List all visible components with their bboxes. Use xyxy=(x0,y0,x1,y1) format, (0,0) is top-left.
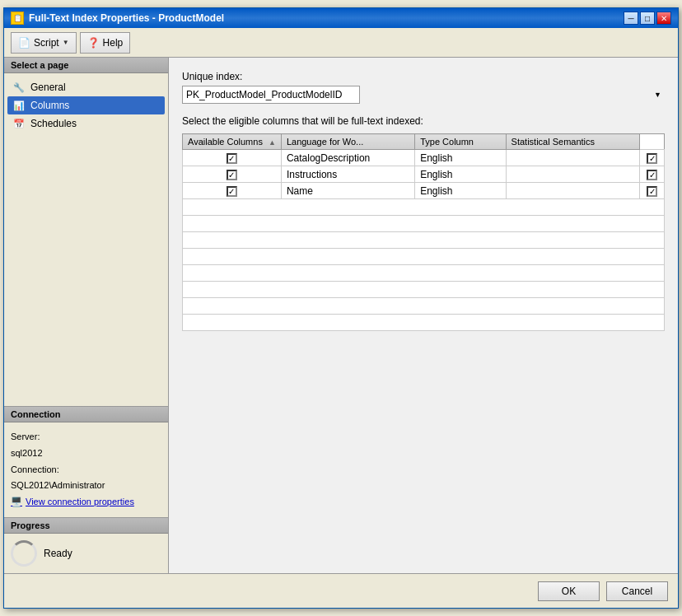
sidebar-item-general-label: General xyxy=(30,82,66,93)
script-label: Script xyxy=(34,37,59,49)
main-content: Select a page 🔧 General 📊 Columns 📅 Sche… xyxy=(4,58,678,573)
connection-section: Connection Server: sql2012 Connection: S… xyxy=(4,406,168,517)
row2-checkbox[interactable] xyxy=(227,170,237,180)
row3-stats-cell xyxy=(640,183,665,199)
row1-column-name: CatalogDescription xyxy=(281,150,414,166)
row3-checkbox[interactable] xyxy=(227,186,237,197)
connection-section-header: Connection xyxy=(4,407,168,422)
row3-column-name: Name xyxy=(281,183,414,199)
row2-stats-checkbox[interactable] xyxy=(647,170,657,180)
connection-label: Connection: xyxy=(11,462,161,478)
general-icon: 🔧 xyxy=(12,81,26,94)
table-header-stats: Statistical Semantics xyxy=(506,134,639,150)
row1-checkbox-cell xyxy=(183,150,282,166)
progress-section: Progress Ready xyxy=(4,517,168,573)
row3-stats-checkbox[interactable] xyxy=(647,186,657,197)
progress-status: Ready xyxy=(44,548,72,559)
view-connection-label: View connection properties xyxy=(26,494,134,511)
table-row: Instructions English xyxy=(183,166,665,183)
help-button[interactable]: ❓ Help xyxy=(80,32,131,54)
empty-row xyxy=(183,265,665,282)
progress-content: Ready xyxy=(4,534,168,573)
row1-stats-cell xyxy=(640,150,665,166)
maximize-button[interactable]: □ xyxy=(640,12,655,25)
columns-icon: 📊 xyxy=(12,99,26,112)
row3-type xyxy=(506,183,639,199)
table-row: Name English xyxy=(183,183,665,199)
progress-section-header: Progress xyxy=(4,518,168,534)
window-title: Full-Text Index Properties - ProductMode… xyxy=(29,12,224,24)
row2-stats-cell xyxy=(640,166,665,183)
main-window: 📋 Full-Text Index Properties - ProductMo… xyxy=(3,7,679,609)
content-area: Unique index: PK_ProductModel_ProductMod… xyxy=(169,58,678,573)
unique-index-dropdown-container: PK_ProductModel_ProductModelID xyxy=(182,86,665,104)
columns-table: Available Columns ▲ Language for Wo... T… xyxy=(182,133,665,331)
unique-index-label: Unique index: xyxy=(182,71,665,82)
empty-row xyxy=(183,249,665,265)
connection-content: Server: sql2012 Connection: SQL2012\Admi… xyxy=(4,422,168,517)
script-button[interactable]: 📄 Script ▼ xyxy=(11,32,77,54)
title-controls: ─ □ ✕ xyxy=(624,12,671,25)
empty-row xyxy=(183,315,665,331)
row1-checkbox[interactable] xyxy=(227,153,237,164)
connection-link-icon: 🖥️ xyxy=(11,494,22,511)
row3-language: English xyxy=(415,183,506,199)
sidebar-item-columns[interactable]: 📊 Columns xyxy=(7,96,165,114)
sort-icon: ▲ xyxy=(269,138,276,147)
table-header-type: Type Column xyxy=(415,134,506,150)
empty-row xyxy=(183,298,665,315)
server-label: Server: xyxy=(11,429,161,446)
help-icon: ❓ xyxy=(87,37,100,49)
columns-section-label: Select the eligible columns that will be… xyxy=(182,115,665,127)
sidebar-item-general[interactable]: 🔧 General xyxy=(7,78,165,96)
row3-checkbox-cell xyxy=(183,183,282,199)
row1-language: English xyxy=(415,150,506,166)
connection-value: SQL2012\Administrator xyxy=(11,478,161,494)
row2-column-name: Instructions xyxy=(281,166,414,183)
title-bar: 📋 Full-Text Index Properties - ProductMo… xyxy=(4,8,678,28)
footer: OK Cancel xyxy=(4,573,678,608)
title-bar-left: 📋 Full-Text Index Properties - ProductMo… xyxy=(11,12,224,25)
ok-button[interactable]: OK xyxy=(538,581,600,601)
window-icon: 📋 xyxy=(11,12,24,25)
available-columns-header-label: Available Columns xyxy=(188,137,263,147)
table-row: CatalogDescription English xyxy=(183,150,665,166)
row2-language: English xyxy=(415,166,506,183)
unique-index-select[interactable]: PK_ProductModel_ProductModelID xyxy=(182,86,360,104)
help-label: Help xyxy=(103,37,124,49)
sidebar-item-schedules[interactable]: 📅 Schedules xyxy=(7,114,165,133)
sidebar-item-columns-label: Columns xyxy=(30,100,69,111)
progress-spinner xyxy=(11,540,37,567)
row2-checkbox-cell xyxy=(183,166,282,183)
sidebar-nav: 🔧 General 📊 Columns 📅 Schedules xyxy=(4,73,168,406)
table-header-available: Available Columns ▲ xyxy=(183,134,282,150)
empty-row xyxy=(183,199,665,216)
empty-row xyxy=(183,232,665,249)
cancel-button[interactable]: Cancel xyxy=(606,581,668,601)
row2-type xyxy=(506,166,639,183)
sidebar-section-header: Select a page xyxy=(4,58,168,73)
script-icon: 📄 xyxy=(18,37,30,49)
schedules-icon: 📅 xyxy=(12,117,26,130)
row1-type xyxy=(506,150,639,166)
table-header-language: Language for Wo... xyxy=(281,134,414,150)
toolbar: 📄 Script ▼ ❓ Help xyxy=(4,28,678,58)
close-button[interactable]: ✕ xyxy=(656,12,671,25)
empty-row xyxy=(183,216,665,232)
sidebar-item-schedules-label: Schedules xyxy=(30,118,77,129)
script-dropdown-arrow: ▼ xyxy=(63,39,69,46)
server-value: sql2012 xyxy=(11,446,161,462)
view-connection-link[interactable]: 🖥️ View connection properties xyxy=(11,494,161,511)
unique-index-wrapper: PK_ProductModel_ProductModelID xyxy=(182,86,665,104)
empty-row xyxy=(183,282,665,298)
sidebar: Select a page 🔧 General 📊 Columns 📅 Sche… xyxy=(4,58,169,573)
row1-stats-checkbox[interactable] xyxy=(647,153,657,164)
minimize-button[interactable]: ─ xyxy=(624,12,638,25)
